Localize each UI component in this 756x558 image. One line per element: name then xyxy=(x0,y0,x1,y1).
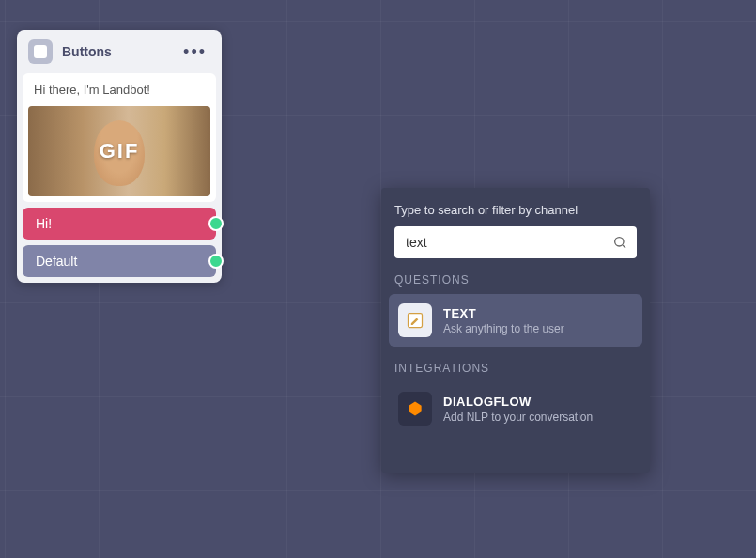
search-prompt: Type to search or filter by channel xyxy=(381,199,650,226)
node-more-menu[interactable]: ••• xyxy=(179,40,210,64)
result-item-text[interactable]: TEXT Ask anything to the user xyxy=(389,294,642,347)
node-title: Buttons xyxy=(62,44,170,59)
block-search-panel: Type to search or filter by channel QUES… xyxy=(381,188,650,473)
dialogflow-icon xyxy=(398,392,432,426)
note-pencil-icon xyxy=(398,303,432,337)
result-item-dialogflow[interactable]: DIALOGFLOW Add NLP to your conversation xyxy=(389,382,642,435)
section-label-questions: QUESTIONS xyxy=(381,258,650,294)
gif-label: GIF xyxy=(100,139,140,163)
buttons-node[interactable]: Buttons ••• Hi there, I'm Landbot! GIF H… xyxy=(17,30,222,283)
svg-marker-3 xyxy=(409,402,421,416)
output-port[interactable] xyxy=(208,254,224,269)
node-header: Buttons ••• xyxy=(17,30,222,73)
search-input[interactable] xyxy=(394,226,637,258)
result-title: TEXT xyxy=(443,306,633,320)
result-desc: Add NLP to your conversation xyxy=(443,411,633,424)
node-gif-block[interactable]: GIF xyxy=(23,106,216,202)
output-port[interactable] xyxy=(208,216,224,231)
result-desc: Ask anything to the user xyxy=(443,322,633,335)
node-body: Hi there, I'm Landbot! GIF Hi! Default xyxy=(17,73,222,283)
svg-line-1 xyxy=(623,245,625,248)
option-button-default[interactable]: Default xyxy=(23,245,216,277)
svg-point-0 xyxy=(615,238,624,246)
buttons-icon xyxy=(28,39,53,64)
search-icon xyxy=(612,235,627,250)
node-message-text[interactable]: Hi there, I'm Landbot! xyxy=(23,73,216,106)
section-label-integrations: INTEGRATIONS xyxy=(381,347,650,382)
result-title: DIALOGFLOW xyxy=(443,395,633,409)
option-button-hi[interactable]: Hi! xyxy=(23,208,216,240)
